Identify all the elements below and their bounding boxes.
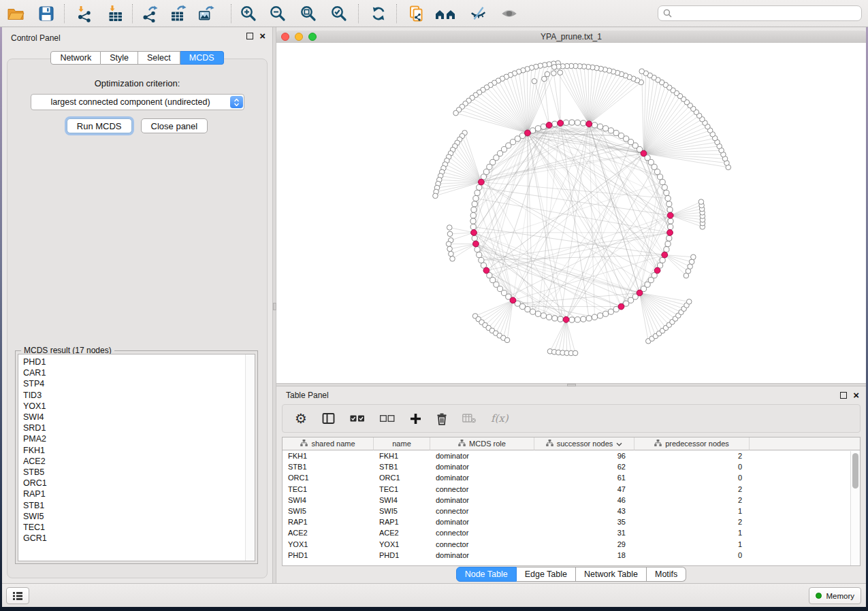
graph-node[interactable]: [686, 299, 692, 305]
graph-node[interactable]: [483, 169, 489, 174]
graph-hub-node[interactable]: [546, 122, 552, 129]
table-settings-gear-icon[interactable]: ⚙: [295, 410, 307, 427]
graph-node[interactable]: [525, 306, 530, 312]
graph-node[interactable]: [504, 337, 510, 343]
table-row-swi4[interactable]: SWI4SWI4dominator462: [283, 495, 860, 506]
tab-network[interactable]: Network: [50, 51, 101, 65]
run-mcds-button[interactable]: Run MCDS: [67, 118, 132, 133]
graph-node[interactable]: [575, 120, 580, 125]
mcds-result-item[interactable]: CAR1: [18, 367, 255, 378]
graph-node[interactable]: [546, 314, 551, 320]
export-image-button[interactable]: [197, 5, 215, 22]
zoom-selected-button[interactable]: [330, 5, 348, 22]
graph-node[interactable]: [592, 122, 597, 128]
graph-node[interactable]: [475, 190, 480, 195]
graph-node[interactable]: [660, 257, 665, 263]
delete-trash-icon[interactable]: [436, 410, 447, 427]
graph-node[interactable]: [433, 193, 438, 199]
graph-node[interactable]: [575, 317, 580, 323]
deselect-all-rows-icon[interactable]: [380, 410, 395, 427]
graph-node[interactable]: [477, 184, 482, 190]
mcds-result-item[interactable]: STB1: [18, 500, 255, 511]
select-all-rows-icon[interactable]: [350, 410, 365, 427]
table-row-orc1[interactable]: ORC1ORC1dominator610: [283, 472, 860, 483]
save-session-button[interactable]: [37, 5, 55, 22]
graph-node[interactable]: [535, 126, 541, 131]
mcds-result-item[interactable]: GCR1: [18, 533, 255, 544]
new-network-from-selection-button[interactable]: [408, 5, 425, 22]
show-columns-icon[interactable]: [322, 410, 335, 427]
graph-node[interactable]: [472, 235, 477, 241]
graph-node[interactable]: [519, 303, 525, 309]
graph-hub-node[interactable]: [478, 179, 484, 185]
table-scrollbar-thumb[interactable]: [852, 453, 858, 489]
graph-node[interactable]: [668, 218, 673, 224]
graph-node[interactable]: [447, 231, 453, 237]
tab-node-table[interactable]: Node Table: [456, 567, 517, 582]
graph-hub-node[interactable]: [667, 212, 673, 218]
export-network-button[interactable]: [141, 5, 159, 22]
graph-node[interactable]: [472, 201, 477, 207]
graph-hub-node[interactable]: [471, 229, 477, 235]
panel-menu-button[interactable]: [6, 587, 29, 604]
graph-node[interactable]: [541, 124, 546, 129]
result-list-scrollbar[interactable]: [245, 354, 255, 561]
graph-hub-node[interactable]: [525, 130, 531, 136]
close-panel-button[interactable]: Close panel: [141, 118, 208, 133]
graph-node[interactable]: [602, 311, 608, 316]
export-table-button[interactable]: [170, 5, 187, 22]
graph-node[interactable]: [689, 259, 694, 265]
graph-node[interactable]: [667, 207, 673, 212]
criterion-dropdown[interactable]: largest connected component (undirected): [31, 94, 244, 110]
graph-node[interactable]: [447, 246, 453, 252]
table-row-rap1[interactable]: RAP1RAP1dominator352: [283, 516, 860, 527]
table-row-stb1[interactable]: STB1STB1dominator620: [283, 461, 860, 472]
graph-node[interactable]: [597, 313, 602, 318]
mcds-result-item[interactable]: PMA2: [18, 433, 255, 444]
graph-node[interactable]: [446, 242, 451, 247]
search-input[interactable]: [675, 7, 861, 20]
add-column-plus-icon[interactable]: [410, 410, 421, 427]
graph-hub-node[interactable]: [662, 252, 668, 258]
column-header-shared-name[interactable]: shared name: [283, 437, 374, 450]
mcds-result-item[interactable]: TID3: [18, 390, 255, 401]
graph-node[interactable]: [558, 70, 563, 76]
table-row-tec1[interactable]: TEC1TEC1connector472: [283, 484, 860, 495]
graph-node[interactable]: [691, 254, 696, 260]
graph-node[interactable]: [592, 314, 597, 320]
minimize-window-traffic-light[interactable]: [295, 33, 303, 41]
search-box[interactable]: [658, 5, 862, 21]
column-header-name[interactable]: name: [374, 437, 430, 450]
hide-selected-button[interactable]: [470, 5, 487, 22]
table-row-fkh1[interactable]: FKH1FKH1dominator962: [283, 450, 860, 461]
table-row-yox1[interactable]: YOX1YOX1connector291: [283, 539, 860, 550]
network-canvas[interactable]: [276, 43, 866, 383]
close-window-traffic-light[interactable]: [281, 33, 289, 41]
graph-node[interactable]: [558, 316, 563, 322]
tab-motifs[interactable]: Motifs: [647, 567, 686, 582]
column-header-mcds-role[interactable]: MCDS role: [430, 437, 534, 450]
graph-node[interactable]: [618, 133, 624, 138]
graph-hub-node[interactable]: [641, 150, 647, 156]
graph-node[interactable]: [471, 207, 477, 212]
graph-node[interactable]: [470, 212, 476, 218]
graph-node[interactable]: [450, 257, 455, 262]
show-all-button[interactable]: [500, 5, 518, 22]
mcds-result-item[interactable]: TEC1: [18, 522, 255, 533]
graph-node[interactable]: [552, 121, 558, 127]
graph-node[interactable]: [530, 309, 535, 314]
graph-node[interactable]: [535, 311, 541, 316]
import-table-button[interactable]: [106, 5, 124, 22]
mcds-result-item[interactable]: YOX1: [18, 401, 255, 412]
float-panel-icon[interactable]: [840, 392, 847, 399]
mcds-result-item[interactable]: ORC1: [18, 478, 255, 489]
mcds-result-item[interactable]: FKH1: [18, 445, 255, 456]
graph-hub-node[interactable]: [473, 241, 479, 247]
graph-node[interactable]: [666, 235, 672, 241]
close-panel-icon[interactable]: ×: [259, 33, 266, 39]
graph-node[interactable]: [639, 69, 645, 74]
graph-node[interactable]: [573, 350, 578, 356]
graph-node[interactable]: [551, 71, 557, 76]
graph-node[interactable]: [545, 71, 550, 77]
mcds-result-item[interactable]: ACE2: [18, 456, 255, 467]
